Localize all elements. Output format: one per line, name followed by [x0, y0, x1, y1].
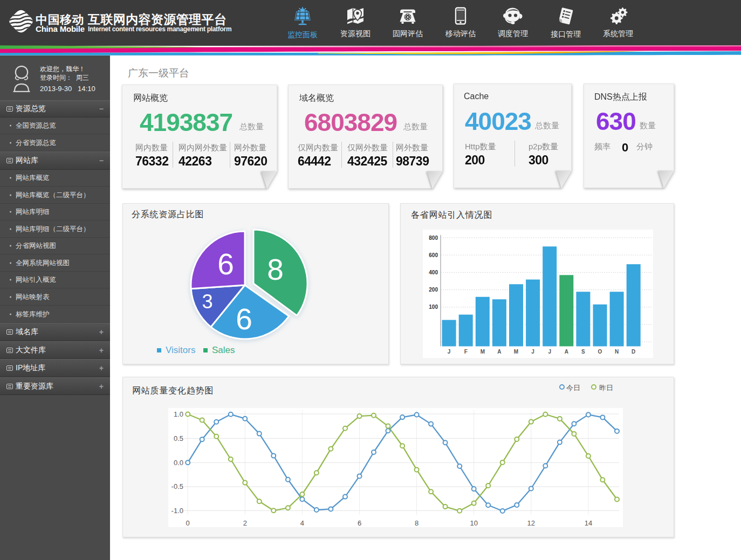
svg-text:-1.0: -1.0 — [171, 507, 183, 515]
svg-text:D: D — [632, 349, 635, 355]
svg-text:6: 6 — [358, 519, 361, 527]
svg-text:M: M — [514, 349, 518, 355]
svg-text:0: 0 — [186, 519, 190, 527]
svg-text:0.0: 0.0 — [174, 459, 183, 467]
svg-text:400: 400 — [429, 269, 438, 275]
svg-text:M: M — [481, 349, 485, 355]
svg-text:4: 4 — [300, 519, 304, 527]
svg-text:8: 8 — [415, 519, 418, 527]
svg-text:O: O — [598, 349, 602, 355]
svg-text:1.0: 1.0 — [174, 410, 183, 418]
svg-text:J: J — [548, 349, 551, 355]
svg-text:A: A — [565, 349, 568, 355]
svg-text:J: J — [531, 349, 534, 355]
svg-text:A: A — [497, 349, 501, 355]
svg-text:2: 2 — [243, 519, 247, 527]
svg-text:N: N — [615, 349, 619, 355]
svg-text:S: S — [581, 349, 585, 355]
svg-text:12: 12 — [527, 519, 535, 527]
svg-text:6: 6 — [236, 302, 252, 336]
svg-text:8: 8 — [267, 253, 284, 286]
svg-text:0.5: 0.5 — [174, 434, 183, 443]
svg-text:-0.5: -0.5 — [171, 482, 183, 490]
svg-text:J: J — [448, 349, 451, 355]
svg-text:100: 100 — [429, 304, 438, 310]
svg-text:200: 200 — [429, 287, 438, 293]
svg-text:800: 800 — [429, 235, 438, 241]
svg-text:10: 10 — [470, 519, 477, 527]
svg-text:6: 6 — [217, 247, 234, 281]
svg-text:F: F — [464, 349, 468, 355]
svg-text:600: 600 — [429, 252, 438, 258]
svg-text:14: 14 — [585, 519, 592, 527]
svg-text:3: 3 — [202, 291, 212, 313]
